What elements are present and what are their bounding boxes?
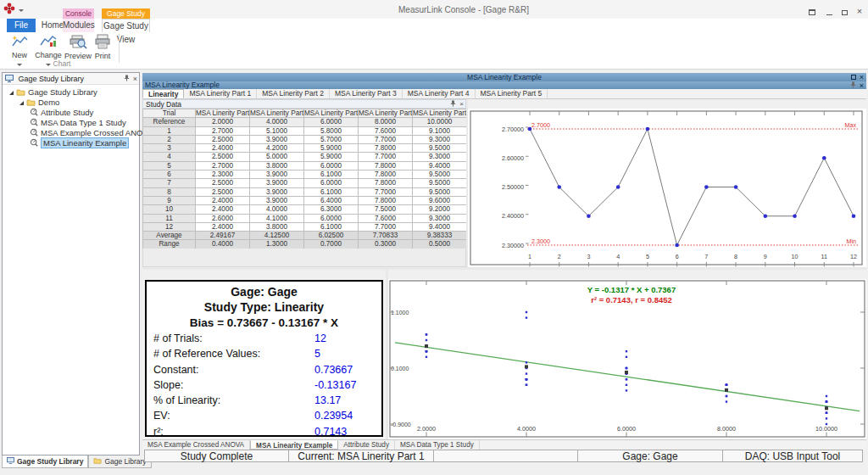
data-cell[interactable]: 3.8000 <box>250 222 304 231</box>
row-header-cell[interactable]: 10 <box>143 205 196 214</box>
row-header-cell[interactable]: 2 <box>143 135 196 143</box>
data-cell[interactable]: 2.5000 <box>196 179 250 187</box>
row-header-cell[interactable]: 11 <box>143 214 196 222</box>
data-cell[interactable]: 2.4000 <box>196 222 250 231</box>
data-cell[interactable]: 9.2000 <box>413 205 467 214</box>
data-cell[interactable]: 4.12500 <box>250 232 304 240</box>
data-cell[interactable]: 9.5000 <box>413 170 467 179</box>
row-header-cell[interactable]: 1 <box>143 126 196 135</box>
row-header-cell[interactable]: 9 <box>143 196 196 204</box>
tab-msa-linerity-part-4[interactable]: MSA Linerity Part 4 <box>403 89 476 98</box>
row-header-cell[interactable]: 5 <box>143 161 196 170</box>
tab-gage-study-view[interactable]: Gage Study View <box>102 19 150 32</box>
data-cell[interactable]: 7.8000 <box>359 179 413 187</box>
pin-icon[interactable] <box>450 100 456 109</box>
tab-modules[interactable]: Modules <box>63 19 94 32</box>
close-button[interactable]: × <box>853 7 866 17</box>
row-header-cell[interactable]: 8 <box>143 187 196 196</box>
data-cell[interactable]: 1.3000 <box>250 240 304 249</box>
data-cell[interactable]: 7.6000 <box>359 126 413 135</box>
data-cell[interactable]: 0.4000 <box>196 240 250 249</box>
data-cell[interactable]: 7.5000 <box>359 205 413 214</box>
expander-icon[interactable] <box>9 91 14 95</box>
data-cell[interactable]: 9.38333 <box>413 232 467 240</box>
print-button[interactable]: Print <box>92 34 114 60</box>
data-cell[interactable]: 0.3000 <box>359 240 413 249</box>
data-cell[interactable]: 7.8000 <box>359 196 413 204</box>
data-cell[interactable]: 9.6000 <box>413 196 467 204</box>
row-header-cell[interactable]: Range <box>143 240 196 249</box>
data-cell[interactable]: 0.5000 <box>413 240 467 249</box>
tree-item[interactable]: Demo <box>3 98 139 108</box>
data-cell[interactable]: 2.7000 <box>196 126 250 135</box>
data-cell[interactable]: 9.3000 <box>413 135 467 143</box>
study-tab-attribute-study[interactable]: Attribute Study <box>338 440 395 450</box>
tab-msa-linerity-part-1[interactable]: MSA Linerity Part 1 <box>184 89 257 98</box>
row-header-cell[interactable]: 4 <box>143 153 196 161</box>
column-header[interactable]: MSA Linerity Part 5 <box>413 109 467 118</box>
data-cell[interactable]: 4.0000 <box>250 205 304 214</box>
sidebar-tab-gage-study-library[interactable]: Gage Study Library <box>2 455 88 468</box>
data-cell[interactable]: 8.0000 <box>359 118 413 126</box>
data-cell[interactable]: 9.1000 <box>413 126 467 135</box>
row-header-cell[interactable]: 3 <box>143 144 196 153</box>
vertical-splitter[interactable] <box>466 99 468 267</box>
data-cell[interactable]: 6.0000 <box>304 118 359 126</box>
data-cell[interactable]: 2.49167 <box>196 232 250 240</box>
data-cell[interactable]: 9.4000 <box>413 161 467 170</box>
tab-msa-linerity-part-3[interactable]: MSA Linerity Part 3 <box>330 89 403 98</box>
column-header[interactable]: MSA Linerity Part 2 <box>250 109 304 118</box>
data-cell[interactable]: 2.6000 <box>196 214 250 222</box>
data-cell[interactable]: 3.9000 <box>250 187 304 196</box>
data-cell[interactable]: 7.7000 <box>359 222 413 231</box>
data-cell[interactable]: 2.3000 <box>196 170 250 179</box>
row-header-cell[interactable]: Reference <box>143 118 196 126</box>
row-header-cell[interactable]: 12 <box>143 222 196 231</box>
row-header-cell[interactable]: Average <box>143 232 196 240</box>
data-cell[interactable]: 5.8000 <box>304 126 359 135</box>
data-cell[interactable]: 7.6000 <box>359 214 413 222</box>
row-header-cell[interactable]: 7 <box>143 179 196 187</box>
data-cell[interactable]: 4.0000 <box>250 118 304 126</box>
horizontal-splitter[interactable] <box>142 267 866 270</box>
tab-file[interactable]: File <box>7 19 36 32</box>
data-cell[interactable]: 6.1000 <box>304 187 359 196</box>
data-cell[interactable]: 6.1000 <box>304 222 359 231</box>
minimize-button[interactable] <box>822 8 836 19</box>
data-cell[interactable]: 7.8000 <box>359 161 413 170</box>
data-cell[interactable]: 3.9000 <box>250 170 304 179</box>
data-cell[interactable]: 3.8000 <box>250 161 304 170</box>
tree-item[interactable]: Attribute Study <box>3 108 139 118</box>
tree-item[interactable]: MSA Linearity Example <box>3 138 139 148</box>
restore-button[interactable] <box>837 8 851 19</box>
tab-linearity[interactable]: Linearity <box>142 89 184 98</box>
study-tab-msa-example-crossed-anova[interactable]: MSA Example Crossed ANOVA <box>142 440 250 450</box>
data-cell[interactable]: 6.4000 <box>304 196 359 204</box>
study-tab-msa-linearity-example[interactable]: MSA Linearity Example <box>250 440 338 450</box>
data-cell[interactable]: 5.9000 <box>304 153 359 161</box>
column-header[interactable]: Trial <box>143 109 196 118</box>
data-cell[interactable]: 3.9000 <box>250 196 304 204</box>
close-icon[interactable]: × <box>133 75 137 82</box>
close-icon[interactable]: × <box>459 101 464 108</box>
data-cell[interactable]: 3.9000 <box>250 179 304 187</box>
data-cell[interactable]: 6.0000 <box>304 179 359 187</box>
data-cell[interactable]: 9.3000 <box>413 153 467 161</box>
data-cell[interactable]: 2.7000 <box>196 161 250 170</box>
pin-icon[interactable] <box>850 81 856 90</box>
data-cell[interactable]: 6.0000 <box>304 214 359 222</box>
data-cell[interactable]: 7.7000 <box>359 135 413 143</box>
row-header-cell[interactable]: 6 <box>143 170 196 179</box>
data-cell[interactable]: 2.5000 <box>196 135 250 143</box>
data-cell[interactable]: 6.3000 <box>304 205 359 214</box>
data-cell[interactable]: 7.8000 <box>359 144 413 153</box>
data-cell[interactable]: 2.5000 <box>196 187 250 196</box>
data-cell[interactable]: 0.7000 <box>304 240 359 249</box>
tab-msa-linerity-part-2[interactable]: MSA Linerity Part 2 <box>257 89 330 98</box>
data-cell[interactable]: 9.3000 <box>413 214 467 222</box>
tree-item[interactable]: MSA Data Type 1 Study <box>3 118 139 128</box>
data-cell[interactable]: 4.1000 <box>250 214 304 222</box>
data-cell[interactable]: 6.0000 <box>304 161 359 170</box>
restore-icon[interactable] <box>851 75 856 80</box>
pin-icon[interactable] <box>124 73 130 85</box>
